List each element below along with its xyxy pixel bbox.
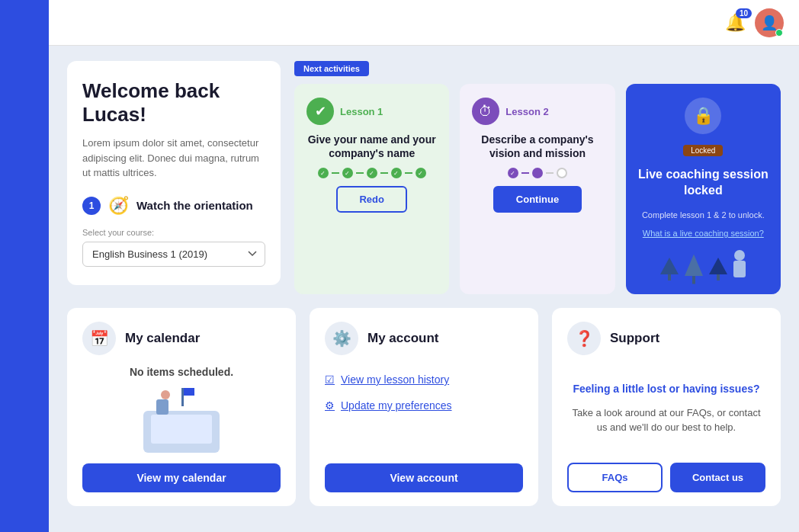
lesson-1-card: ✔ Lesson 1 Give your name and your compa… [294, 84, 449, 294]
support-title: Support [610, 331, 659, 346]
calendar-card: 📅 My calendar No items scheduled. [67, 308, 296, 506]
lesson-2-title: Describe a company's vision and mission [472, 133, 602, 160]
view-calendar-button[interactable]: View my calendar [82, 463, 281, 492]
lesson-3-description: Complete lesson 1 & 2 to unlock. [642, 210, 765, 221]
step-number: 1 [82, 197, 101, 215]
progress-dot [318, 168, 329, 178]
calendar-icon: 📅 [82, 322, 116, 355]
progress-line [546, 172, 554, 174]
welcome-description: Lorem ipsum dolor sit amet, consectetur … [82, 136, 265, 181]
activities-section: Next activities ✔ Lesson 1 Give your nam… [294, 61, 781, 294]
support-card: ❓ Support Feeling a little lost or havin… [552, 308, 781, 506]
support-heading: Feeling a little lost or having issues? [573, 383, 759, 395]
no-items-text: No items scheduled. [130, 366, 233, 378]
account-title: My account [367, 331, 439, 346]
progress-line [380, 172, 388, 174]
notification-button[interactable]: 🔔 10 [725, 13, 746, 33]
support-description: Take a look around at our FAQs, or conta… [567, 405, 765, 435]
redo-button[interactable]: Redo [336, 186, 407, 213]
user-icon: 👤 [761, 14, 778, 31]
lesson-1-title: Give your name and your company's name [306, 133, 437, 160]
lock-icon: 🔒 [685, 98, 721, 134]
welcome-title: Welcome back Lucas! [82, 79, 265, 127]
gear-icon: ⚙ [325, 399, 335, 412]
lesson-history-link[interactable]: ☑ View my lesson history [325, 373, 449, 386]
progress-dot [391, 168, 402, 178]
support-icon: ❓ [567, 322, 601, 355]
account-icon: ⚙️ [325, 322, 358, 355]
progress-dot [367, 168, 377, 178]
notification-badge: 10 [736, 8, 752, 18]
progress-dot [342, 168, 353, 178]
coaching-session-link[interactable]: What is a live coaching session? [643, 229, 764, 238]
welcome-card: Welcome back Lucas! Lorem ipsum dolor si… [67, 61, 281, 285]
lesson-3-card: 🔒 Locked Live coaching session locked Co… [626, 84, 781, 294]
check-icon: ☑ [325, 373, 335, 386]
progress-line [521, 172, 529, 174]
progress-dot [557, 168, 567, 178]
continue-button[interactable]: Continue [493, 186, 582, 213]
progress-line [405, 172, 412, 174]
account-card: ⚙️ My account ☑ View my lesson history ⚙… [310, 308, 538, 506]
decorative-trees [660, 250, 746, 280]
calendar-illustration [140, 384, 223, 453]
view-account-button[interactable]: View account [325, 463, 523, 492]
locked-badge: Locked [683, 145, 723, 156]
sidebar [0, 0, 49, 532]
faqs-button[interactable]: FAQs [567, 463, 663, 492]
topbar: 🔔 10 👤 [49, 0, 799, 46]
contact-us-button[interactable]: Contact us [670, 463, 765, 492]
progress-dot [508, 168, 518, 178]
lesson-3-title: Live coaching session locked [638, 167, 769, 199]
select-course-label: Select your course: [82, 228, 265, 237]
lesson-1-number: Lesson 1 [340, 106, 383, 117]
lesson-1-progress [318, 168, 426, 178]
progress-line [356, 172, 364, 174]
progress-dot [416, 168, 426, 178]
progress-dot [532, 168, 543, 178]
calendar-title: My calendar [125, 331, 200, 346]
lesson-1-icon: ✔ [306, 98, 334, 125]
next-activities-badge: Next activities [294, 61, 369, 76]
progress-line [332, 172, 339, 174]
lesson-2-card: ⏱ Lesson 2 Describe a company's vision a… [460, 84, 614, 294]
orientation-label: Watch the orientation [136, 199, 253, 212]
lesson-2-icon: ⏱ [472, 98, 499, 125]
course-select[interactable]: English Business 1 (2019) [82, 242, 265, 267]
preferences-link[interactable]: ⚙ Update my preferences [325, 399, 452, 412]
lesson-2-number: Lesson 2 [505, 106, 548, 117]
online-indicator [775, 29, 783, 37]
compass-icon: 🧭 [108, 196, 129, 216]
user-avatar[interactable]: 👤 [755, 8, 784, 37]
lesson-2-progress [508, 168, 567, 178]
